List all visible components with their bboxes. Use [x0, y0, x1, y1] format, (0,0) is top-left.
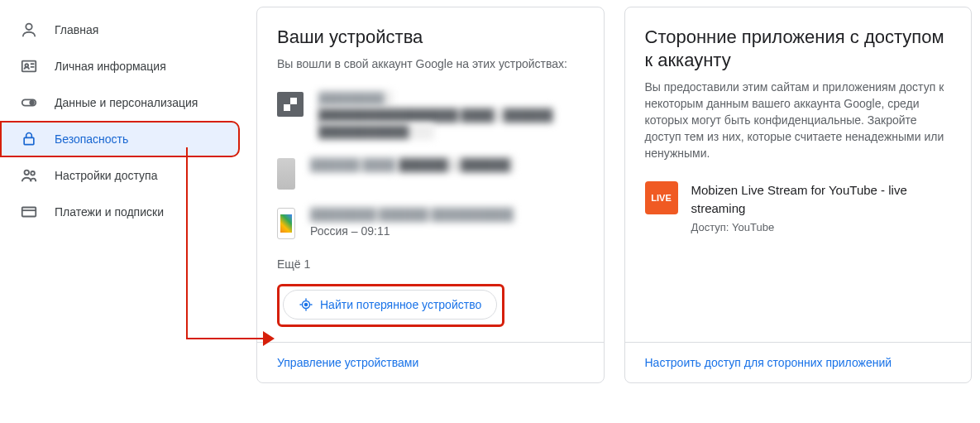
phone-icon — [277, 208, 295, 239]
nav-label: Личная информация — [55, 60, 166, 73]
nav-item-personal[interactable]: Личная информация — [0, 48, 240, 84]
apps-card: Сторонние приложения с доступом к аккаун… — [624, 7, 973, 383]
nav-item-security[interactable]: Безопасность — [0, 121, 240, 157]
nav-label: Данные и персонализация — [55, 96, 198, 109]
device-meta: ██████ – ██████ — [399, 156, 514, 173]
cards-area: Ваши устройства Вы вошли в свой аккаунт … — [256, 7, 972, 383]
svg-point-10 — [305, 304, 308, 306]
nav-item-home[interactable]: Главная — [0, 12, 240, 48]
device-meta: ███████████ — [318, 123, 434, 140]
toggle-icon — [20, 94, 38, 112]
app-access: Доступ: YouTube — [691, 221, 952, 233]
home-icon — [20, 21, 38, 39]
nav-label: Платежи и подписки — [55, 205, 164, 219]
app-name: Mobizen Live Stream for YouTube - live s… — [691, 181, 952, 218]
svg-point-4 — [30, 101, 34, 105]
svg-rect-8 — [22, 208, 36, 217]
device-row[interactable]: ██████ ████ ██████ – ██████ — [277, 148, 584, 198]
annotation-arrow — [186, 338, 265, 339]
app-icon: LIVE — [645, 181, 678, 214]
id-card-icon — [20, 57, 38, 75]
app-row[interactable]: LIVE Mobizen Live Stream for YouTube - l… — [645, 171, 952, 233]
device-meta: Россия – 09:11 — [310, 223, 514, 239]
nav-item-payments[interactable]: Платежи и подписки — [0, 194, 240, 230]
device-name: ██████ ████ — [310, 156, 395, 173]
find-device-label: Найти потерянное устройство — [320, 298, 481, 311]
annotation-arrow — [186, 147, 188, 339]
windows-icon — [277, 92, 304, 117]
card-icon — [20, 203, 38, 221]
find-device-button[interactable]: Найти потерянное устройство — [283, 290, 497, 320]
nav-label: Главная — [55, 23, 98, 36]
phone-icon — [277, 158, 295, 190]
devices-title: Ваши устройства — [277, 26, 584, 49]
nav-label: Настройки доступа — [55, 169, 157, 182]
nav-item-data[interactable]: Данные и персонализация — [0, 84, 240, 121]
sidebar: Главная Личная информация Данные и персо… — [0, 7, 240, 383]
devices-card: Ваши устройства Вы вошли в свой аккаунт … — [256, 7, 605, 383]
manage-apps-link[interactable]: Настроить доступ для сторонних приложени… — [625, 342, 972, 382]
device-name: ████████ ██████ ██████████ — [310, 206, 514, 223]
apps-desc: Вы предоставили этим сайтам и приложения… — [645, 79, 952, 161]
target-icon — [299, 297, 313, 312]
svg-rect-5 — [24, 137, 34, 144]
people-icon — [20, 166, 38, 185]
manage-devices-link[interactable]: Управление устройствами — [257, 342, 604, 382]
svg-point-7 — [31, 171, 35, 175]
svg-point-0 — [26, 24, 31, 30]
annotation-arrow-head — [263, 331, 275, 346]
apps-title: Сторонние приложения с доступом к аккаун… — [645, 26, 952, 72]
nav-item-sharing[interactable]: Настройки доступа — [0, 157, 240, 194]
devices-desc: Вы вошли в свой аккаунт Google на этих у… — [277, 55, 584, 72]
nav-label: Безопасность — [55, 132, 128, 146]
device-name: ████████ — [318, 90, 393, 107]
device-row[interactable]: ████████ ██████ ██████████ Россия – 09:1… — [277, 198, 584, 248]
lock-icon — [20, 131, 38, 147]
svg-point-2 — [25, 64, 28, 67]
device-meta: █████████████████ ████ · ██████ — [318, 107, 552, 123]
svg-point-6 — [25, 171, 30, 175]
device-row[interactable]: ████████ █████████████████ ████ · ██████… — [277, 82, 584, 148]
more-devices[interactable]: Ещё 1 — [277, 257, 584, 271]
